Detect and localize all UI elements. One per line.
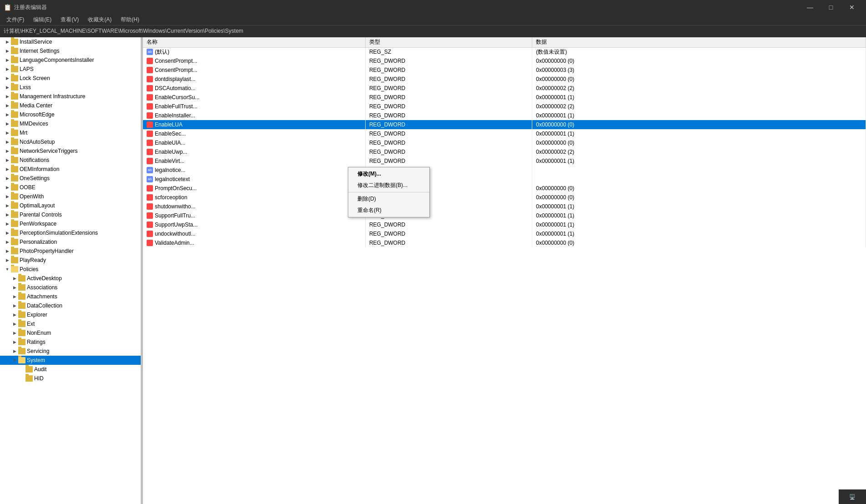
- tree-panel[interactable]: ▶InstallService▶Internet Settings▶Langua…: [0, 37, 141, 504]
- table-row[interactable]: EnableInstaller... REG_DWORD 0x00000001 …: [143, 111, 866, 120]
- table-row[interactable]: dontdisplaylast... REG_DWORD 0x00000000 …: [143, 75, 866, 84]
- tree-item-OptimalLayout[interactable]: ▶OptimalLayout: [0, 201, 141, 210]
- tree-item-Explorer[interactable]: ▶Explorer: [0, 310, 141, 319]
- expander-Lxss[interactable]: ▶: [4, 84, 11, 91]
- table-row[interactable]: SupportFullTru... REG_DWORD 0x00000001 (…: [143, 211, 866, 220]
- col-type[interactable]: 类型: [365, 37, 532, 47]
- table-row[interactable]: undockwithoutl... REG_DWORD 0x00000001 (…: [143, 229, 866, 238]
- tree-item-OEMInfo[interactable]: ▶OEMInformation: [0, 165, 141, 174]
- tree-item-Associations[interactable]: ▶Associations: [0, 283, 141, 292]
- expander-LCI[interactable]: ▶: [4, 56, 11, 64]
- expander-NonEnum[interactable]: ▶: [11, 329, 18, 337]
- col-data[interactable]: 数据: [532, 37, 866, 47]
- tree-item-Audit[interactable]: Audit: [0, 365, 141, 374]
- tree-item-Attachments[interactable]: ▶Attachments: [0, 292, 141, 301]
- tree-item-Servicing[interactable]: ▶Servicing: [0, 347, 141, 356]
- expander-Explorer[interactable]: ▶: [11, 311, 18, 318]
- table-row[interactable]: ab legalnoticetext REG_SZ: [143, 175, 866, 184]
- registry-scroll[interactable]: 名称 类型 数据 ab (默认) REG_SZ (数值未设置) ConsentP…: [143, 37, 866, 504]
- expander-PPH[interactable]: ▶: [4, 247, 11, 255]
- expander-System[interactable]: ▼: [11, 357, 18, 364]
- tree-item-HID[interactable]: HID: [0, 374, 141, 383]
- table-row[interactable]: ConsentPrompt... REG_DWORD 0x00000000 (0…: [143, 56, 866, 66]
- tree-item-OneSettings[interactable]: ▶OneSettings: [0, 174, 141, 183]
- expander-OpenWith[interactable]: ▶: [4, 193, 11, 200]
- tree-item-LockScreen[interactable]: ▶Lock Screen: [0, 74, 141, 83]
- menu-edit[interactable]: 编辑(E): [29, 15, 56, 25]
- expander-PlayReady[interactable]: ▶: [4, 257, 11, 264]
- tree-item-MsEdge[interactable]: ▶MicrosoftEdge: [0, 110, 141, 119]
- expander-Mrt[interactable]: ▶: [4, 129, 11, 136]
- expander-NcdAutoSetup[interactable]: ▶: [4, 138, 11, 146]
- expander-Associations[interactable]: ▶: [11, 284, 18, 291]
- expander-LAPS[interactable]: ▶: [4, 66, 11, 73]
- expander-MgmtInfra[interactable]: ▶: [4, 93, 11, 100]
- maximize-button[interactable]: □: [820, 0, 841, 15]
- minimize-button[interactable]: —: [800, 0, 820, 15]
- table-row[interactable]: ab (默认) REG_SZ (数值未设置): [143, 47, 866, 56]
- table-row[interactable]: SupportUwpSta... REG_DWORD 0x00000001 (1…: [143, 220, 866, 229]
- expander-PenWorkspace[interactable]: ▶: [4, 220, 11, 227]
- expander-MsEdge[interactable]: ▶: [4, 111, 11, 118]
- tree-item-Personalization[interactable]: ▶Personalization: [0, 237, 141, 247]
- expander-Notifications[interactable]: ▶: [4, 156, 11, 164]
- tree-item-ParentalControls[interactable]: ▶Parental Controls: [0, 210, 141, 219]
- table-row[interactable]: EnableUwp... REG_DWORD 0x00000002 (2): [143, 147, 866, 156]
- expander-Personalization[interactable]: ▶: [4, 238, 11, 246]
- table-row[interactable]: DSCAutomatio... REG_DWORD 0x00000002 (2): [143, 84, 866, 93]
- table-row[interactable]: PromptOnSecu... REG_DWORD 0x00000000 (0): [143, 184, 866, 193]
- table-row[interactable]: shutdownwitho... REG_DWORD 0x00000001 (1…: [143, 202, 866, 211]
- tree-item-PenWorkspace[interactable]: ▶PenWorkspace: [0, 219, 141, 228]
- tree-item-NST[interactable]: ▶NetworkServiceTriggers: [0, 146, 141, 156]
- tree-item-System[interactable]: ▼System: [0, 356, 141, 365]
- tree-item-OpenWith[interactable]: ▶OpenWith: [0, 192, 141, 201]
- tree-item-MMDevices[interactable]: ▶MMDevices: [0, 119, 141, 128]
- tree-item-InstallService[interactable]: ▶InstallService: [0, 37, 141, 46]
- expander-NST[interactable]: ▶: [4, 147, 11, 155]
- expander-Audit[interactable]: [18, 366, 25, 373]
- expander-ParentalControls[interactable]: ▶: [4, 211, 11, 218]
- expander-DataCollection[interactable]: ▶: [11, 302, 18, 309]
- tree-item-Ratings[interactable]: ▶Ratings: [0, 338, 141, 347]
- tree-item-Lxss[interactable]: ▶Lxss: [0, 83, 141, 92]
- tree-item-OOBE[interactable]: ▶OOBE: [0, 183, 141, 192]
- expander-Ext[interactable]: ▶: [11, 320, 18, 328]
- menu-view[interactable]: 查看(V): [56, 15, 83, 25]
- expander-Servicing[interactable]: ▶: [11, 348, 18, 355]
- tree-item-NcdAutoSetup[interactable]: ▶NcdAutoSetup: [0, 137, 141, 146]
- context-menu-item-delete[interactable]: 删除(D): [348, 193, 429, 205]
- tree-item-PPH[interactable]: ▶PhotoPropertyHandler: [0, 247, 141, 256]
- expander-LockScreen[interactable]: ▶: [4, 75, 11, 82]
- tree-item-ActiveDesktop[interactable]: ▶ActiveDesktop: [0, 274, 141, 283]
- tree-item-MgmtInfra[interactable]: ▶Management Infrastructure: [0, 92, 141, 101]
- table-row[interactable]: EnableSec... REG_DWORD 0x00000001 (1): [143, 129, 866, 138]
- table-row[interactable]: EnableLUA REG_DWORD 0x00000000 (0): [143, 120, 866, 129]
- expander-ActiveDesktop[interactable]: ▶: [11, 275, 18, 282]
- tree-item-NonEnum[interactable]: ▶NonEnum: [0, 328, 141, 338]
- tree-item-PSE[interactable]: ▶PerceptionSimulationExtensions: [0, 228, 141, 237]
- expander-Attachments[interactable]: ▶: [11, 293, 18, 300]
- table-row[interactable]: EnableUIA... REG_DWORD 0x00000000 (0): [143, 138, 866, 147]
- col-name[interactable]: 名称: [143, 37, 365, 47]
- tree-item-LAPS[interactable]: ▶LAPS: [0, 65, 141, 74]
- table-row[interactable]: ab legalnotice...: [143, 166, 866, 175]
- expander-OneSettings[interactable]: ▶: [4, 175, 11, 182]
- tree-item-Policies[interactable]: ▼Policies: [0, 265, 141, 274]
- tree-item-LCI[interactable]: ▶LanguageComponentsInstaller: [0, 55, 141, 65]
- table-row[interactable]: scforceoption REG_DWORD 0x00000000 (0): [143, 193, 866, 202]
- tree-item-Notifications[interactable]: ▶Notifications: [0, 156, 141, 165]
- table-row[interactable]: EnableFullTrust... REG_DWORD 0x00000002 …: [143, 102, 866, 111]
- expander-Policies[interactable]: ▼: [4, 266, 11, 273]
- expander-OOBE[interactable]: ▶: [4, 184, 11, 191]
- expander-PSE[interactable]: ▶: [4, 229, 11, 237]
- table-row[interactable]: ValidateAdmin... REG_DWORD 0x00000000 (0…: [143, 238, 866, 247]
- context-menu-item-rename[interactable]: 重命名(R): [348, 205, 429, 216]
- expander-InstallService[interactable]: ▶: [4, 38, 11, 45]
- expander-InternetSettings[interactable]: ▶: [4, 47, 11, 55]
- expander-OptimalLayout[interactable]: ▶: [4, 202, 11, 209]
- context-menu-item-modifyBinary[interactable]: 修改二进制数据(B)...: [348, 180, 429, 191]
- tree-item-PlayReady[interactable]: ▶PlayReady: [0, 256, 141, 265]
- expander-MMDevices[interactable]: ▶: [4, 120, 11, 127]
- table-row[interactable]: EnableCursorSu... REG_DWORD 0x00000001 (…: [143, 93, 866, 102]
- expander-Ratings[interactable]: ▶: [11, 338, 18, 346]
